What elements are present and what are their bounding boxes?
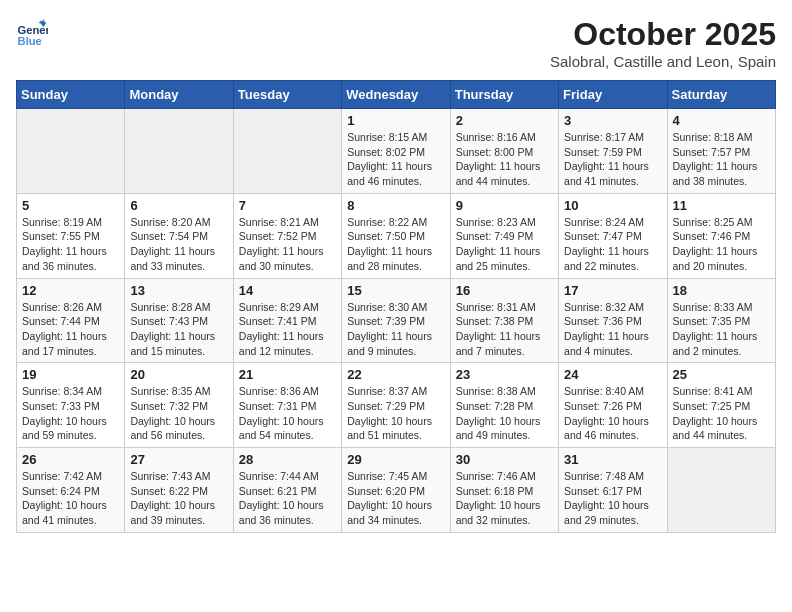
calendar-cell: 24Sunrise: 8:40 AM Sunset: 7:26 PM Dayli… <box>559 363 667 448</box>
day-info: Sunrise: 8:37 AM Sunset: 7:29 PM Dayligh… <box>347 384 444 443</box>
calendar-cell: 7Sunrise: 8:21 AM Sunset: 7:52 PM Daylig… <box>233 193 341 278</box>
day-info: Sunrise: 8:30 AM Sunset: 7:39 PM Dayligh… <box>347 300 444 359</box>
weekday-header-wednesday: Wednesday <box>342 81 450 109</box>
day-number: 26 <box>22 452 119 467</box>
calendar-cell: 16Sunrise: 8:31 AM Sunset: 7:38 PM Dayli… <box>450 278 558 363</box>
title-block: October 2025 Salobral, Castille and Leon… <box>550 16 776 70</box>
day-info: Sunrise: 8:18 AM Sunset: 7:57 PM Dayligh… <box>673 130 770 189</box>
calendar-cell: 20Sunrise: 8:35 AM Sunset: 7:32 PM Dayli… <box>125 363 233 448</box>
calendar-cell: 31Sunrise: 7:48 AM Sunset: 6:17 PM Dayli… <box>559 448 667 533</box>
calendar-cell: 10Sunrise: 8:24 AM Sunset: 7:47 PM Dayli… <box>559 193 667 278</box>
calendar-cell: 8Sunrise: 8:22 AM Sunset: 7:50 PM Daylig… <box>342 193 450 278</box>
day-info: Sunrise: 8:38 AM Sunset: 7:28 PM Dayligh… <box>456 384 553 443</box>
day-number: 27 <box>130 452 227 467</box>
calendar-week-1: 1Sunrise: 8:15 AM Sunset: 8:02 PM Daylig… <box>17 109 776 194</box>
calendar-week-2: 5Sunrise: 8:19 AM Sunset: 7:55 PM Daylig… <box>17 193 776 278</box>
day-info: Sunrise: 8:24 AM Sunset: 7:47 PM Dayligh… <box>564 215 661 274</box>
day-number: 31 <box>564 452 661 467</box>
calendar-cell: 23Sunrise: 8:38 AM Sunset: 7:28 PM Dayli… <box>450 363 558 448</box>
day-info: Sunrise: 7:48 AM Sunset: 6:17 PM Dayligh… <box>564 469 661 528</box>
day-number: 13 <box>130 283 227 298</box>
day-info: Sunrise: 8:35 AM Sunset: 7:32 PM Dayligh… <box>130 384 227 443</box>
day-info: Sunrise: 7:44 AM Sunset: 6:21 PM Dayligh… <box>239 469 336 528</box>
location-subtitle: Salobral, Castille and Leon, Spain <box>550 53 776 70</box>
day-number: 5 <box>22 198 119 213</box>
calendar-cell <box>125 109 233 194</box>
day-info: Sunrise: 8:23 AM Sunset: 7:49 PM Dayligh… <box>456 215 553 274</box>
day-number: 14 <box>239 283 336 298</box>
weekday-header-row: SundayMondayTuesdayWednesdayThursdayFrid… <box>17 81 776 109</box>
day-number: 7 <box>239 198 336 213</box>
svg-text:Blue: Blue <box>18 35 42 47</box>
day-info: Sunrise: 8:25 AM Sunset: 7:46 PM Dayligh… <box>673 215 770 274</box>
day-number: 18 <box>673 283 770 298</box>
page-header: General Blue October 2025 Salobral, Cast… <box>16 16 776 70</box>
calendar-table: SundayMondayTuesdayWednesdayThursdayFrid… <box>16 80 776 533</box>
calendar-week-4: 19Sunrise: 8:34 AM Sunset: 7:33 PM Dayli… <box>17 363 776 448</box>
day-number: 17 <box>564 283 661 298</box>
day-info: Sunrise: 8:21 AM Sunset: 7:52 PM Dayligh… <box>239 215 336 274</box>
day-number: 19 <box>22 367 119 382</box>
calendar-cell: 1Sunrise: 8:15 AM Sunset: 8:02 PM Daylig… <box>342 109 450 194</box>
day-info: Sunrise: 8:41 AM Sunset: 7:25 PM Dayligh… <box>673 384 770 443</box>
day-info: Sunrise: 8:36 AM Sunset: 7:31 PM Dayligh… <box>239 384 336 443</box>
day-info: Sunrise: 7:46 AM Sunset: 6:18 PM Dayligh… <box>456 469 553 528</box>
calendar-cell: 26Sunrise: 7:42 AM Sunset: 6:24 PM Dayli… <box>17 448 125 533</box>
day-number: 24 <box>564 367 661 382</box>
day-info: Sunrise: 7:42 AM Sunset: 6:24 PM Dayligh… <box>22 469 119 528</box>
logo: General Blue <box>16 16 48 48</box>
day-number: 30 <box>456 452 553 467</box>
day-info: Sunrise: 8:40 AM Sunset: 7:26 PM Dayligh… <box>564 384 661 443</box>
weekday-header-sunday: Sunday <box>17 81 125 109</box>
calendar-cell: 3Sunrise: 8:17 AM Sunset: 7:59 PM Daylig… <box>559 109 667 194</box>
day-number: 11 <box>673 198 770 213</box>
day-info: Sunrise: 8:15 AM Sunset: 8:02 PM Dayligh… <box>347 130 444 189</box>
day-number: 28 <box>239 452 336 467</box>
day-number: 29 <box>347 452 444 467</box>
day-info: Sunrise: 8:32 AM Sunset: 7:36 PM Dayligh… <box>564 300 661 359</box>
calendar-cell <box>233 109 341 194</box>
calendar-cell: 21Sunrise: 8:36 AM Sunset: 7:31 PM Dayli… <box>233 363 341 448</box>
day-info: Sunrise: 8:26 AM Sunset: 7:44 PM Dayligh… <box>22 300 119 359</box>
weekday-header-thursday: Thursday <box>450 81 558 109</box>
calendar-cell: 17Sunrise: 8:32 AM Sunset: 7:36 PM Dayli… <box>559 278 667 363</box>
day-info: Sunrise: 7:45 AM Sunset: 6:20 PM Dayligh… <box>347 469 444 528</box>
day-info: Sunrise: 8:22 AM Sunset: 7:50 PM Dayligh… <box>347 215 444 274</box>
calendar-cell <box>17 109 125 194</box>
calendar-cell: 30Sunrise: 7:46 AM Sunset: 6:18 PM Dayli… <box>450 448 558 533</box>
month-title: October 2025 <box>550 16 776 53</box>
calendar-cell: 28Sunrise: 7:44 AM Sunset: 6:21 PM Dayli… <box>233 448 341 533</box>
calendar-cell: 15Sunrise: 8:30 AM Sunset: 7:39 PM Dayli… <box>342 278 450 363</box>
day-number: 6 <box>130 198 227 213</box>
calendar-cell: 9Sunrise: 8:23 AM Sunset: 7:49 PM Daylig… <box>450 193 558 278</box>
day-number: 10 <box>564 198 661 213</box>
calendar-cell <box>667 448 775 533</box>
calendar-cell: 27Sunrise: 7:43 AM Sunset: 6:22 PM Dayli… <box>125 448 233 533</box>
weekday-header-tuesday: Tuesday <box>233 81 341 109</box>
day-info: Sunrise: 8:16 AM Sunset: 8:00 PM Dayligh… <box>456 130 553 189</box>
day-info: Sunrise: 8:29 AM Sunset: 7:41 PM Dayligh… <box>239 300 336 359</box>
logo-icon: General Blue <box>16 16 48 48</box>
calendar-cell: 6Sunrise: 8:20 AM Sunset: 7:54 PM Daylig… <box>125 193 233 278</box>
calendar-cell: 13Sunrise: 8:28 AM Sunset: 7:43 PM Dayli… <box>125 278 233 363</box>
day-info: Sunrise: 8:20 AM Sunset: 7:54 PM Dayligh… <box>130 215 227 274</box>
day-number: 1 <box>347 113 444 128</box>
day-number: 2 <box>456 113 553 128</box>
calendar-cell: 18Sunrise: 8:33 AM Sunset: 7:35 PM Dayli… <box>667 278 775 363</box>
calendar-cell: 11Sunrise: 8:25 AM Sunset: 7:46 PM Dayli… <box>667 193 775 278</box>
calendar-week-5: 26Sunrise: 7:42 AM Sunset: 6:24 PM Dayli… <box>17 448 776 533</box>
calendar-cell: 29Sunrise: 7:45 AM Sunset: 6:20 PM Dayli… <box>342 448 450 533</box>
day-info: Sunrise: 7:43 AM Sunset: 6:22 PM Dayligh… <box>130 469 227 528</box>
day-number: 8 <box>347 198 444 213</box>
day-number: 21 <box>239 367 336 382</box>
calendar-cell: 5Sunrise: 8:19 AM Sunset: 7:55 PM Daylig… <box>17 193 125 278</box>
day-number: 16 <box>456 283 553 298</box>
calendar-cell: 14Sunrise: 8:29 AM Sunset: 7:41 PM Dayli… <box>233 278 341 363</box>
day-number: 20 <box>130 367 227 382</box>
day-info: Sunrise: 8:19 AM Sunset: 7:55 PM Dayligh… <box>22 215 119 274</box>
day-number: 3 <box>564 113 661 128</box>
day-number: 12 <box>22 283 119 298</box>
weekday-header-friday: Friday <box>559 81 667 109</box>
day-info: Sunrise: 8:33 AM Sunset: 7:35 PM Dayligh… <box>673 300 770 359</box>
calendar-week-3: 12Sunrise: 8:26 AM Sunset: 7:44 PM Dayli… <box>17 278 776 363</box>
